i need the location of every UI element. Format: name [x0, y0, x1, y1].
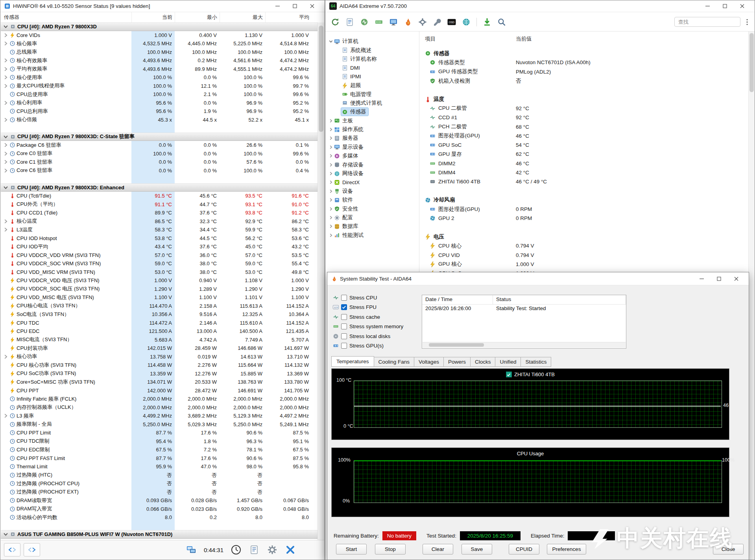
- tree-item-数据库[interactable]: 数据库: [325, 222, 419, 231]
- hwinfo-back-forward-button[interactable]: [4, 543, 20, 556]
- hwinfo-sensor-row[interactable]: 过热降频 (HTC)否否否: [1, 471, 318, 480]
- find-icon[interactable]: [497, 18, 506, 26]
- display-icon[interactable]: [389, 18, 398, 26]
- hwinfo-sensor-row[interactable]: L3 频率4,499.2 MHz3,689.2 MHz5,129.3 MHz4,…: [1, 412, 318, 420]
- hwinfo-sensor-row[interactable]: Core C1 驻留率0.0 %0.0 %57.6 %0.0 %: [1, 158, 318, 166]
- tab-cooling-fans[interactable]: Cooling Fans: [374, 357, 415, 367]
- hwinfo-sensor-row[interactable]: CPU PPT Limit87.7 %17.6 %90.6 %87.5 %: [1, 429, 318, 437]
- hwinfo-sensor-row[interactable]: Infinity Fabric 频率 (FCLK)2,000.0 MHz2,00…: [1, 395, 318, 403]
- hwinfo-sensor-row[interactable]: Thermal Limit95.9 %47.0 %98.0 %95.8 %: [1, 462, 318, 471]
- hwinfo-sensor-row[interactable]: CPU PPT FAST Limit87.7 %17.6 %90.6 %87.5…: [1, 454, 318, 463]
- maximize-button[interactable]: [710, 273, 727, 284]
- close-button[interactable]: [727, 273, 745, 284]
- chevron-right-icon[interactable]: [329, 153, 333, 158]
- start-button[interactable]: Start: [336, 544, 367, 554]
- settings-gear-icon[interactable]: [267, 544, 278, 555]
- tree-item-caption[interactable]: 超频: [341, 81, 363, 89]
- hwinfo-sensor-row[interactable]: CPU外壳（平均）91.1 °C44.7 °C93.1 °C91.0 °C: [1, 200, 318, 209]
- download-icon[interactable]: [483, 18, 491, 26]
- panel-group-电压[interactable]: 电压: [419, 232, 749, 241]
- hwinfo-sensor-row[interactable]: 核心温度86.5 °C32.3 °C92.9 °C86.2 °C: [1, 217, 318, 226]
- tree-item-存储设备[interactable]: 存储设备: [325, 160, 419, 169]
- checkbox[interactable]: [341, 323, 347, 329]
- hwinfo-sensor-row[interactable]: MISC电流（SVI3 TFN）5.683 A4.742 A7.749 A5.7…: [1, 336, 318, 344]
- tree-item-设备[interactable]: 设备: [325, 187, 419, 196]
- panel-item-row[interactable]: CPU 核心0.794 V: [419, 241, 749, 250]
- hwinfo-sensor-row[interactable]: 核心频率4,532.5 MHz4,445.0 MHz5,225.0 MHz4,5…: [1, 39, 318, 48]
- hwinfo-column-header[interactable]: 平均: [265, 12, 312, 22]
- tree-item-显示设备[interactable]: 显示设备: [325, 143, 419, 152]
- tree-item-IPMI[interactable]: IPMI: [325, 72, 419, 81]
- hwinfo-sensor-row[interactable]: CPU EDC限制67.5 %7.2 %78.1 %67.5 %: [1, 445, 318, 454]
- maximize-button[interactable]: [716, 1, 733, 12]
- tree-item-caption[interactable]: 计算机名称: [341, 55, 379, 63]
- tab-temperatures[interactable]: Temperatures: [331, 356, 374, 367]
- hwinfo-sensor-row[interactable]: L3温度58.3 °C34.4 °C59.9 °C58.3 °C: [1, 225, 318, 234]
- hwinfo-sensor-row[interactable]: 最大CPU/线程使用率100.0 %12.1 %100.0 %99.7 %: [1, 82, 318, 91]
- stress-option-stress-fpu[interactable]: 123Stress FPU: [333, 303, 403, 312]
- hwinfo-sensor-row[interactable]: CPU TDC114.472 A2.146 A115.610 A114.152 …: [1, 319, 318, 327]
- tree-item-caption[interactable]: 存储设备: [333, 161, 366, 169]
- hwinfo-sensor-row[interactable]: CPU VDDCR_VDD 电压 (SVI3 TFN)1.000 V0.940 …: [1, 276, 318, 285]
- stress-option-stress-gpu(s)[interactable]: Stress GPU(s): [333, 341, 403, 351]
- panel-item-row[interactable]: 图形处理器(GPU)46 °C: [419, 131, 749, 140]
- tree-item-性能测试[interactable]: 性能测试: [325, 231, 419, 240]
- hwinfo-sensor-row[interactable]: 过热降频 (PROCHOT CPU)否否否: [1, 479, 318, 488]
- clear-button[interactable]: Clear: [423, 544, 453, 554]
- hwinfo-section-header[interactable]: ASUS TUF GAMING B850M-PLUS WIFI7 W (Nuvo…: [1, 530, 318, 539]
- hwinfo-sensor-row[interactable]: CPU VDD_MISC VRM (SVI3 TFN)53.0 °C38.0 °…: [1, 268, 318, 277]
- hwinfo-section-header[interactable]: CPU [#0]: AMD Ryzen 7 9800X3D: [1, 22, 318, 31]
- panel-item-row[interactable]: DIMM442 °C: [419, 168, 749, 177]
- log-column-header[interactable]: Date / Time: [422, 295, 493, 304]
- chevron-right-icon[interactable]: [329, 224, 333, 229]
- tab-voltages[interactable]: Voltages: [414, 357, 444, 367]
- hwinfo-sensor-row[interactable]: CPU VDDCR_SOC 电压 (SVI3 TFN)1.290 V1.289 …: [1, 285, 318, 294]
- burnin-icon[interactable]: [404, 18, 412, 26]
- checkbox[interactable]: [341, 314, 347, 320]
- hwinfo-sensor-row[interactable]: CPU VDDCR_VDD VRM (SVI3 TFN)57.0 °C36.0 …: [1, 251, 318, 260]
- tree-item-计算机[interactable]: 计算机: [325, 37, 419, 46]
- checkbox[interactable]: [341, 295, 347, 301]
- chevron-right-icon[interactable]: [329, 145, 333, 150]
- memory-icon[interactable]: [375, 18, 383, 26]
- hwinfo-sensor-row[interactable]: Core VIDs1.000 V0.400 V1.130 V1.000 V: [1, 31, 318, 40]
- tree-item-caption[interactable]: 系统概述: [341, 46, 373, 54]
- tree-item-caption[interactable]: 服务器: [333, 134, 360, 142]
- log-column-header[interactable]: Status: [493, 295, 626, 304]
- hwinfo-sensor-row[interactable]: DRAM写入带宽0.066 GB/s0.023 GB/s0.920 GB/s0.…: [1, 505, 318, 514]
- log-horizontal-scrollbar[interactable]: [423, 342, 626, 348]
- tree-item-caption[interactable]: 配置: [333, 214, 355, 222]
- chevron-right-icon[interactable]: [329, 136, 333, 140]
- hwinfo-sensor-row[interactable]: 过热降频 (PROCHOT EXT)否否否: [1, 488, 318, 497]
- panel-item-row[interactable]: GPU 传感器类型PMLog (ADL2): [419, 67, 749, 76]
- tree-item-caption[interactable]: 操作系统: [333, 126, 366, 133]
- save-button[interactable]: Save: [461, 544, 492, 554]
- tree-item-超频[interactable]: 超频: [325, 81, 419, 90]
- chevron-right-icon[interactable]: [329, 180, 333, 185]
- hwinfo-scrollbar[interactable]: [318, 22, 324, 540]
- tree-item-电源管理[interactable]: 电源管理: [325, 90, 419, 98]
- chevron-right-icon[interactable]: [329, 171, 333, 176]
- hwinfo-sensor-row[interactable]: CPU核心电流（SVI3 TFN）114.470 A2.158 A115.613…: [1, 302, 318, 310]
- logging-icon[interactable]: [249, 544, 260, 555]
- hwinfo-sensor-row[interactable]: 核心使用率100.0 %0.0 %100.0 %99.6 %: [1, 73, 318, 82]
- log-row[interactable]: 2025/8/20 16:26:00Stability Test: Starte…: [422, 305, 626, 313]
- checkbox[interactable]: [341, 304, 347, 310]
- hwinfo-sensor-row[interactable]: 总线频率100.0 MHz100.0 MHz100.0 MHz100.0 MHz: [1, 48, 318, 57]
- tools-icon[interactable]: [433, 18, 441, 26]
- minimize-button[interactable]: [269, 1, 286, 12]
- chevron-right-icon[interactable]: [329, 127, 333, 132]
- tab-powers[interactable]: Powers: [443, 357, 471, 367]
- tree-item-caption[interactable]: 设备: [333, 187, 355, 195]
- checkbox[interactable]: [341, 343, 347, 349]
- hwinfo-forward-button[interactable]: [24, 543, 40, 556]
- exit-icon[interactable]: [285, 544, 296, 555]
- web-icon[interactable]: [462, 18, 471, 26]
- tree-item-传感器[interactable]: 传感器: [325, 107, 419, 116]
- hwinfo-sensor-row[interactable]: CPU IOD平均43.4 °C37.6 °C45.0 °C43.2 °C: [1, 242, 318, 251]
- hwinfo-sensor-row[interactable]: CPU IOD Hotspot53.8 °C44.5 °C56.2 °C53.6…: [1, 234, 318, 243]
- panel-group-温度[interactable]: 温度: [419, 94, 749, 103]
- stress-option-stress-cache[interactable]: Stress cache: [333, 312, 403, 322]
- minimize-button[interactable]: [699, 1, 716, 12]
- panel-item-row[interactable]: GPU 显存62 °C: [419, 150, 749, 159]
